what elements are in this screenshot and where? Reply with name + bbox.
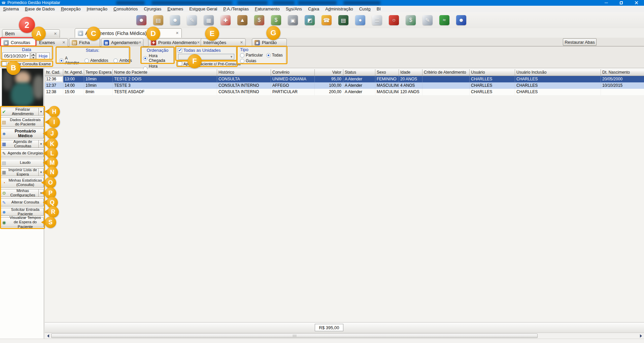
table-row[interactable]: 12:3714:0010minTESTE 3CONSULTA INTERNOAF… xyxy=(45,82,644,89)
agenda-de-cirurgias-button[interactable]: ✎Agenda de Cirurgias xyxy=(1,149,44,157)
imprimir-lista-de-espera-button[interactable]: ▦Imprimir Lista de Espera▼ xyxy=(1,168,44,176)
column-header-idade[interactable]: Idade xyxy=(399,69,422,76)
dados-cadastrais-do-paciente-button[interactable]: ▤Dados Cadastrais do Paciente xyxy=(1,117,44,127)
menu-item-p-a-terapias[interactable]: P.A./Terapias xyxy=(220,6,252,12)
order-radio[interactable] xyxy=(143,56,147,61)
merge-consulta-exame-checkbox[interactable] xyxy=(2,62,6,66)
status-option-ambos[interactable]: Ambos xyxy=(113,56,132,65)
column-header-hist-rico[interactable]: Histórico xyxy=(217,69,271,76)
date-spinner[interactable] xyxy=(31,52,36,59)
menu-item-faturamento[interactable]: Faturamento xyxy=(252,6,283,12)
phonebook-icon[interactable]: ☎ xyxy=(321,15,332,25)
subtab-pronto-atendimento[interactable]: ✚Pronto Atendimento✕ xyxy=(148,38,203,46)
column-header-hr-cad[interactable]: hr. Cad. xyxy=(45,69,63,76)
column-header-status[interactable]: Status xyxy=(343,69,375,76)
alterar-consulta-button[interactable]: ✎Alterar Consulta xyxy=(1,198,44,206)
minimize-button[interactable] xyxy=(599,0,614,6)
minhas-configura-es-button[interactable]: ⚙Minhas Configurações▼ xyxy=(1,189,44,197)
visualizar-tempos-de-espera-do-paciente-button[interactable]: ◉Visualizar Tempos de Espera do Paciente xyxy=(1,217,44,227)
tab-close-icon[interactable]: ✕ xyxy=(176,31,179,35)
contacts-book-icon[interactable]: ☻ xyxy=(456,15,466,25)
menu-item-custo[interactable]: Custo xyxy=(356,6,374,12)
menu-item-estoque-geral[interactable]: Estoque Geral xyxy=(186,6,220,12)
type-option-todas[interactable]: Todas xyxy=(266,53,283,58)
patient-folder-icon[interactable]: ▤ xyxy=(153,15,163,25)
type-radio[interactable] xyxy=(240,53,244,58)
status-radio[interactable] xyxy=(59,59,64,63)
status-radio[interactable] xyxy=(84,59,89,63)
finalizar-atendimento-button[interactable]: ✔Finalizar Atendimento▼ xyxy=(1,108,44,116)
menu-item-recep-o[interactable]: Recepção xyxy=(58,6,84,12)
invoice-icon[interactable]: ☰ xyxy=(372,15,382,25)
column-header-valor[interactable]: Valor xyxy=(315,69,343,76)
money-up-icon[interactable]: $ xyxy=(254,15,264,25)
subtab-ficha[interactable]: ▤Ficha xyxy=(69,38,100,46)
subtab-close-icon[interactable]: ✕ xyxy=(240,40,243,45)
dropdown-arrow-icon[interactable]: ▼ xyxy=(38,189,43,197)
ambulance-icon[interactable]: ✚ xyxy=(221,15,231,25)
subtab-close-icon[interactable]: ✕ xyxy=(197,40,200,45)
column-header-tempo-espera[interactable]: Tempo Espera xyxy=(84,69,113,76)
scroll-right-arrow[interactable] xyxy=(638,333,644,339)
menu-item-sus-ans[interactable]: Sus/Ans xyxy=(283,6,305,12)
column-header-nome-do-paciente[interactable]: Nome do Paciente xyxy=(113,69,217,76)
column-header-usu-rio[interactable]: Usuário xyxy=(470,69,515,76)
column-header-conv-nio[interactable]: Convênio xyxy=(271,69,315,76)
supplies-bag-icon[interactable]: ▲ xyxy=(237,15,247,25)
dropdown-arrow-icon[interactable]: ▼ xyxy=(38,140,43,148)
column-header-dt-nascimento[interactable]: Dt. Nascimento xyxy=(601,69,644,76)
subtab-close-icon[interactable]: ✕ xyxy=(138,40,141,45)
chat-bubble-icon[interactable]: ● xyxy=(355,15,365,25)
all-units-checkbox[interactable]: ✔ xyxy=(178,48,182,52)
order-option-hora-chegada[interactable]: Hora Chegada xyxy=(143,53,172,63)
safe-icon[interactable]: ▣ xyxy=(288,15,298,25)
type-radio[interactable] xyxy=(266,53,271,58)
table-row[interactable]: 12:3815:008minTESTE ASDADFCONSULTA INTER… xyxy=(45,89,644,95)
status-option-a-atender[interactable]: A Atender xyxy=(59,56,79,65)
close-button[interactable]: ✕ xyxy=(629,0,644,6)
restore-tabs-button[interactable]: Restaurar Abas xyxy=(563,38,597,46)
date-input[interactable]: 05/10/2020▼ xyxy=(2,52,30,59)
menu-item-sistema[interactable]: Sistema xyxy=(0,6,22,12)
tab-bem[interactable]: Bem✕ xyxy=(2,29,60,38)
subtab-consultas[interactable]: ☻Consultas xyxy=(1,38,36,46)
status-option-atendidos[interactable]: Atendidos xyxy=(84,56,108,65)
menu-item-exames[interactable]: Exames xyxy=(164,6,186,12)
ecg-book-icon[interactable]: ≈ xyxy=(439,15,449,25)
subtab-agendamento[interactable]: ▦Agendamento✕ xyxy=(101,38,143,46)
menu-item-bi[interactable]: BI xyxy=(374,6,384,12)
column-header-sexo[interactable]: Sexo xyxy=(375,69,399,76)
dropdown-arrow-icon[interactable]: ▼ xyxy=(38,108,43,115)
pre-consulta-checkbox[interactable] xyxy=(178,62,182,66)
hospital-bed-icon[interactable]: ▦ xyxy=(204,15,214,25)
prontu-rio-m-dico-button[interactable]: ☻Prontuário Médico xyxy=(1,128,44,139)
money-stack-icon[interactable]: $ xyxy=(271,15,281,25)
add-patient-icon[interactable]: ☻ xyxy=(136,15,146,25)
solicitar-entrada-paciente-button[interactable]: ☻Solicitar Entrada Paciente xyxy=(1,208,44,216)
type-option-guias[interactable]: Guias xyxy=(240,59,286,63)
tab-atendimentos-ficha-m-dica[interactable]: ☻Atendimentos (Ficha Médica)✕ xyxy=(75,28,182,38)
agenda-de-consultas-button[interactable]: ▦Agenda de Consultas▼ xyxy=(1,140,44,148)
scrollbar-thumb[interactable] xyxy=(51,334,538,338)
type-option-particular[interactable]: Particular xyxy=(240,53,263,58)
column-header-hr-agend[interactable]: hr. Agend. xyxy=(63,69,84,76)
billing-calc-icon[interactable]: $ xyxy=(406,15,416,25)
table-row[interactable]: 12:3613:0010minTESTE 2 DOISCONSULTAUNIME… xyxy=(45,76,644,82)
subtab-plant-o[interactable]: ☻Plantão xyxy=(252,38,287,46)
menu-item-administra-o[interactable]: Administração xyxy=(322,6,356,12)
dropdown-arrow-icon[interactable]: ▼ xyxy=(38,168,43,176)
today-button[interactable]: Hoje xyxy=(36,52,50,59)
power-icon[interactable]: ○ xyxy=(389,15,399,25)
status-radio[interactable] xyxy=(113,59,118,63)
units-dropdown[interactable]: ▼ xyxy=(178,54,234,60)
menu-item-caixa[interactable]: Caixa xyxy=(305,6,322,12)
minhas-estat-sticas-consulta-button[interactable]: ◔Minhas Estatísticas (Consulta) xyxy=(1,178,44,188)
menu-item-cirurgias[interactable]: Cirurgias xyxy=(141,6,164,12)
scroll-left-arrow[interactable] xyxy=(45,333,51,339)
menu-item-interna-o[interactable]: Internação xyxy=(83,6,110,12)
menu-item-base-de-dados[interactable]: Base de Dados xyxy=(22,6,58,12)
restore-button[interactable] xyxy=(614,0,629,6)
type-radio[interactable] xyxy=(240,59,244,63)
doctor-icon[interactable]: ☻ xyxy=(170,15,180,25)
subtab-interna-es[interactable]: Internações✕ xyxy=(201,38,246,46)
